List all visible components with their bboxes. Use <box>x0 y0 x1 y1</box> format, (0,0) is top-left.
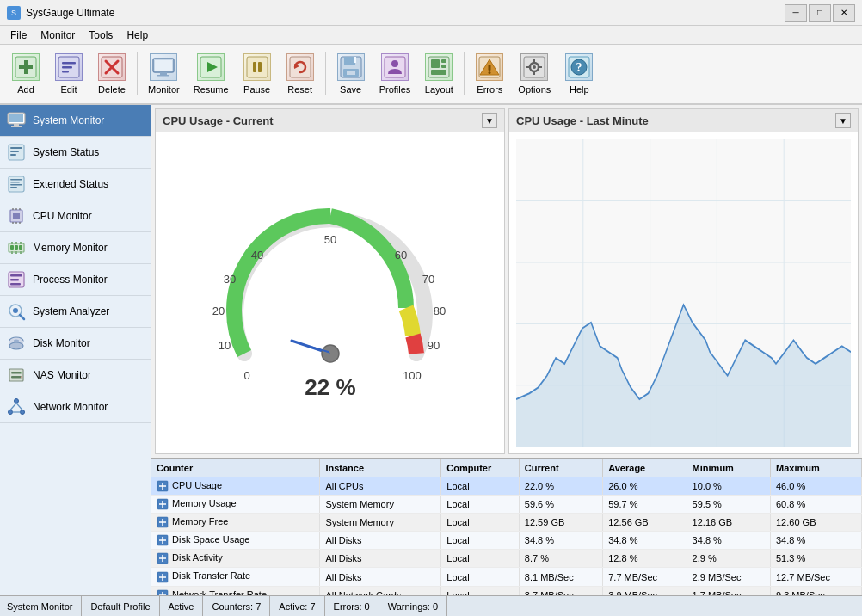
sidebar: System Monitor System Status <box>0 105 151 595</box>
svg-rect-89 <box>9 369 23 381</box>
delete-icon <box>98 53 126 81</box>
system-analyzer-icon <box>7 302 26 321</box>
errors-label: Errors <box>477 84 502 95</box>
close-button[interactable]: ✕ <box>833 4 855 22</box>
cell-maximum: 46.0 % <box>771 477 862 496</box>
errors-button[interactable]: Errors <box>469 49 510 99</box>
menu-tools[interactable]: Tools <box>82 28 120 42</box>
svg-text:100: 100 <box>403 369 422 382</box>
cpu-chart <box>509 132 858 453</box>
network-monitor-icon <box>7 397 26 416</box>
maximize-button[interactable]: □ <box>809 4 831 22</box>
minimize-button[interactable]: ─ <box>785 4 807 22</box>
resume-button[interactable]: Resume <box>188 49 235 99</box>
sidebar-item-extended-status[interactable]: Extended Status <box>0 169 151 200</box>
sidebar-label-disk-monitor: Disk Monitor <box>33 337 90 349</box>
svg-rect-70 <box>15 242 17 244</box>
sidebar-item-process-monitor[interactable]: Process Monitor <box>0 264 151 296</box>
statusbar-profile: Default Profile <box>82 596 159 616</box>
sidebar-item-cpu-monitor[interactable]: CPU Monitor <box>0 200 151 232</box>
help-button[interactable]: ? Help <box>558 49 600 99</box>
table-row[interactable]: Network Transfer Rate All Network Cards … <box>151 586 862 595</box>
menu-help[interactable]: Help <box>120 28 155 42</box>
sidebar-item-system-analyzer[interactable]: System Analyzer <box>0 296 151 328</box>
statusbar: System Monitor Default Profile Active Co… <box>0 595 862 616</box>
menu-file[interactable]: File <box>3 28 34 42</box>
cell-current: 3.7 MB/Sec <box>519 586 602 595</box>
svg-rect-72 <box>11 251 13 254</box>
svg-point-39 <box>533 65 536 69</box>
process-monitor-icon <box>7 270 26 289</box>
delete-button[interactable]: Delete <box>91 49 132 99</box>
cell-current: 59.6 % <box>519 496 602 514</box>
save-button[interactable]: Save <box>330 49 372 99</box>
svg-rect-12 <box>160 72 167 75</box>
svg-point-95 <box>9 410 13 415</box>
sidebar-label-process-monitor: Process Monitor <box>33 274 108 286</box>
table-row[interactable]: CPU Usage All CPUs Local 22.0 % 26.0 % 1… <box>151 477 862 496</box>
cpu-current-panel: CPU Usage - Current ▼ <box>155 108 505 454</box>
statusbar-monitor: System Monitor <box>7 596 82 616</box>
resume-icon <box>197 53 225 81</box>
cell-instance: All Disks <box>320 550 441 568</box>
sidebar-label-system-status: System Status <box>33 146 99 158</box>
svg-rect-25 <box>347 71 355 75</box>
monitor-label: Monitor <box>148 84 180 95</box>
cell-computer: Local <box>441 496 520 514</box>
table-row[interactable]: Disk Space Usage All Disks Local 34.8 % … <box>151 532 862 550</box>
svg-line-84 <box>20 315 24 319</box>
add-label: Add <box>17 84 34 95</box>
sidebar-label-cpu-monitor: CPU Monitor <box>33 210 92 222</box>
sidebar-item-memory-monitor[interactable]: Memory Monitor <box>0 232 151 264</box>
sidebar-item-nas-monitor[interactable]: NAS Monitor <box>0 360 151 391</box>
layout-button[interactable]: Layout <box>418 49 459 99</box>
options-button[interactable]: Options <box>512 49 557 99</box>
cell-counter: CPU Usage <box>151 477 320 496</box>
memory-monitor-icon <box>7 238 26 257</box>
svg-text:22 %: 22 % <box>305 374 355 400</box>
cell-instance: System Memory <box>320 496 441 514</box>
cell-minimum: 34.8 % <box>687 532 770 550</box>
table-row[interactable]: Memory Usage System Memory Local 59.6 % … <box>151 496 862 514</box>
menu-monitor[interactable]: Monitor <box>34 28 82 42</box>
edit-button[interactable]: Edit <box>48 49 89 99</box>
cell-counter: Disk Transfer Rate <box>151 568 320 586</box>
table-row[interactable]: Disk Transfer Rate All Disks Local 8.1 M… <box>151 568 862 586</box>
sidebar-item-system-monitor[interactable]: System Monitor <box>0 105 151 137</box>
svg-rect-6 <box>62 71 69 73</box>
add-button[interactable]: Add <box>5 49 46 99</box>
svg-rect-91 <box>11 376 22 379</box>
col-instance: Instance <box>320 459 441 477</box>
table-body: CPU Usage All CPUs Local 22.0 % 26.0 % 1… <box>151 477 862 596</box>
sidebar-item-system-status[interactable]: System Status <box>0 137 151 169</box>
cell-minimum: 12.16 GB <box>687 514 770 532</box>
cell-counter: Memory Free <box>151 514 320 532</box>
cell-maximum: 51.3 % <box>771 550 862 568</box>
table-row[interactable]: Memory Free System Memory Local 12.59 GB… <box>151 514 862 532</box>
statusbar-warnings: Warnings: 0 <box>379 596 447 616</box>
profiles-button[interactable]: Profiles <box>373 49 417 99</box>
cell-current: 12.59 GB <box>519 514 602 532</box>
panel-left-collapse[interactable]: ▼ <box>482 113 497 128</box>
monitor-button[interactable]: Monitor <box>142 49 186 99</box>
sidebar-label-system-monitor: System Monitor <box>33 114 104 126</box>
sidebar-item-disk-monitor[interactable]: Disk Monitor <box>0 328 151 360</box>
app-icon: S <box>7 6 21 20</box>
svg-text:70: 70 <box>422 273 434 286</box>
cell-average: 34.8 % <box>603 532 687 550</box>
cpu-lastminute-panel: CPU Usage - Last Minute ▼ <box>508 108 859 454</box>
panel-right-collapse[interactable]: ▼ <box>835 113 851 128</box>
svg-rect-71 <box>20 242 22 244</box>
cpu-current-title: CPU Usage - Current <box>163 114 274 127</box>
sep-1 <box>137 52 138 95</box>
cell-average: 12.8 % <box>603 550 687 568</box>
svg-text:10: 10 <box>218 339 230 352</box>
sidebar-label-network-monitor: Network Monitor <box>33 401 108 413</box>
svg-text:?: ? <box>576 61 582 74</box>
pause-button[interactable]: Pause <box>237 49 278 99</box>
table-row[interactable]: Disk Activity All Disks Local 8.7 % 12.8… <box>151 550 862 568</box>
cell-computer: Local <box>441 586 520 595</box>
reset-button[interactable]: Reset <box>280 49 321 99</box>
svg-rect-17 <box>253 62 256 72</box>
sidebar-item-network-monitor[interactable]: Network Monitor <box>0 391 151 423</box>
